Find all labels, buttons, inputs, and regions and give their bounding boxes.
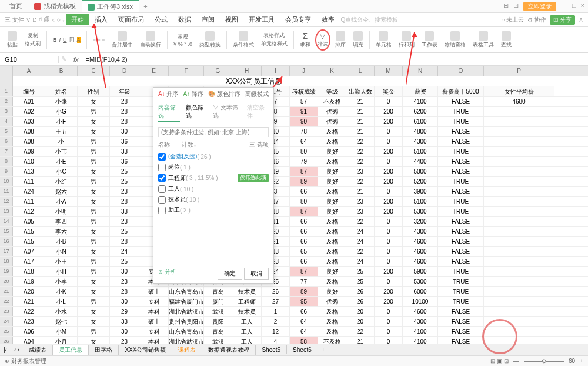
cell[interactable]: 95 — [290, 297, 318, 306]
row-number[interactable]: 4 — [0, 117, 13, 126]
cell[interactable]: 女 — [78, 307, 110, 316]
cell[interactable]: 4800 — [403, 127, 438, 136]
cell[interactable]: 0 — [375, 277, 403, 286]
color-sort-button[interactable]: 🎨 颜色排序 — [208, 90, 240, 98]
cell[interactable]: 技术员 — [232, 287, 262, 296]
cell[interactable]: A08 — [13, 137, 45, 146]
cell[interactable]: 小A — [45, 197, 78, 206]
filter-tool[interactable]: ▽筛选 — [315, 29, 330, 51]
cell[interactable]: 23 — [346, 167, 375, 176]
sheet-tool[interactable]: 工作表 — [419, 31, 440, 49]
cell[interactable]: 200 — [375, 207, 403, 216]
cell[interactable] — [484, 157, 554, 166]
freeze-tool[interactable]: 冻结窗格 — [442, 31, 468, 49]
cell[interactable]: 男 — [78, 267, 110, 276]
sort-tool[interactable]: 排序 — [333, 31, 348, 49]
cell[interactable]: 2 — [262, 317, 290, 326]
cell[interactable]: 小 — [45, 137, 78, 146]
tab-templates[interactable]: 找稻壳模板 — [28, 1, 82, 12]
col-header[interactable]: F — [169, 66, 204, 76]
add-sheet-icon[interactable]: + — [318, 347, 329, 353]
row-number[interactable]: 22 — [0, 297, 13, 306]
col-header[interactable]: B — [45, 66, 78, 76]
cell[interactable]: A07 — [13, 247, 45, 256]
cell[interactable]: 65 — [290, 247, 318, 256]
cell[interactable]: 男 — [78, 257, 110, 266]
cell[interactable]: FALSE — [438, 257, 484, 266]
row-number[interactable]: 23 — [0, 307, 13, 316]
cell[interactable]: 27 — [262, 297, 290, 306]
cell[interactable] — [484, 217, 554, 226]
cell-reference[interactable]: G10 — [0, 56, 59, 63]
cell[interactable]: 山东省青岛市 — [169, 287, 204, 296]
cell[interactable] — [484, 117, 554, 126]
view-icon[interactable]: ⊞ ▣ ⊡ — [490, 358, 509, 364]
cell[interactable]: 89 — [290, 177, 318, 186]
fill-tool[interactable]: 填充 — [350, 31, 366, 49]
cell[interactable]: 李六 — [45, 227, 78, 236]
cell[interactable]: 22 — [346, 137, 375, 146]
cell[interactable] — [484, 207, 554, 216]
cell[interactable]: 28 — [110, 117, 139, 126]
cell[interactable]: A05 — [13, 217, 45, 226]
row-number[interactable]: 12 — [0, 197, 13, 206]
row-number[interactable]: 24 — [0, 317, 13, 326]
cell[interactable]: 小C — [45, 167, 78, 176]
typeconv-tool[interactable]: 类型转换 — [197, 31, 223, 49]
cell[interactable]: 小红 — [45, 177, 78, 186]
cell[interactable]: 25 — [110, 257, 139, 266]
cell[interactable] — [484, 177, 554, 186]
cell[interactable]: 30 — [110, 297, 139, 306]
cell[interactable]: 23 — [110, 187, 139, 196]
cell[interactable]: A02 — [13, 107, 45, 116]
tablestyle-tool[interactable]: 表格样式单元格样式 — [259, 32, 290, 48]
row-number[interactable]: 17 — [0, 247, 13, 256]
cell[interactable]: 200 — [375, 177, 403, 186]
cell[interactable]: 良好 — [318, 167, 346, 176]
cell[interactable]: 男 — [78, 207, 110, 216]
row-number[interactable]: 6 — [0, 137, 13, 146]
cell[interactable]: 工程师 — [232, 297, 262, 306]
menu-start[interactable]: 开始 — [66, 14, 89, 25]
cell[interactable]: A06 — [13, 327, 45, 336]
cell[interactable]: 0 — [375, 157, 403, 166]
cell[interactable] — [484, 187, 554, 196]
cell[interactable]: 6000 — [403, 287, 438, 296]
cell[interactable]: 25 — [110, 227, 139, 236]
col-header[interactable]: N — [403, 66, 438, 76]
cell[interactable]: A13 — [13, 167, 45, 176]
cell[interactable]: 79 — [290, 157, 318, 166]
select-all[interactable] — [0, 66, 13, 76]
filter-item[interactable]: (全选|反选) ( 26 ) — [158, 151, 269, 162]
row-number[interactable]: 11 — [0, 187, 13, 196]
row-number[interactable]: 2 — [0, 97, 13, 106]
cell[interactable]: FALSE — [438, 217, 484, 226]
cell[interactable]: 及格 — [318, 247, 346, 256]
col-header[interactable]: J — [290, 66, 318, 76]
copy-tool[interactable]: 复制格式刷 — [22, 32, 43, 48]
cell[interactable]: 女 — [78, 247, 110, 256]
cell[interactable]: 28 — [110, 237, 139, 246]
cell[interactable]: 23 — [110, 277, 139, 286]
cell[interactable]: 男 — [78, 107, 110, 116]
cell[interactable]: 4680 — [484, 97, 554, 106]
zoom-out-icon[interactable]: — — [513, 358, 519, 364]
cell[interactable]: 28 — [110, 97, 139, 106]
cell[interactable]: 57 — [290, 97, 318, 106]
cell[interactable]: FALSE — [438, 307, 484, 316]
sheet-tab[interactable]: Sheet6 — [287, 345, 318, 354]
filter-item[interactable]: 工人 ( 10 ) — [158, 184, 269, 194]
cell[interactable]: TRUE — [438, 277, 484, 286]
cell[interactable]: 女 — [78, 97, 110, 106]
cell[interactable]: 小水 — [45, 307, 78, 316]
cell[interactable]: 及格 — [318, 217, 346, 226]
cell[interactable]: 女 — [78, 317, 110, 326]
cell[interactable]: 21 — [346, 97, 375, 106]
cell[interactable]: 22 — [346, 147, 375, 156]
cell[interactable]: 91 — [290, 107, 318, 116]
cancel-icon[interactable]: ✎ — [59, 55, 69, 63]
cell[interactable]: 优秀 — [318, 107, 346, 116]
cell[interactable]: 4600 — [403, 257, 438, 266]
cell[interactable]: 良好 — [318, 267, 346, 276]
cell[interactable]: TRUE — [438, 297, 484, 306]
